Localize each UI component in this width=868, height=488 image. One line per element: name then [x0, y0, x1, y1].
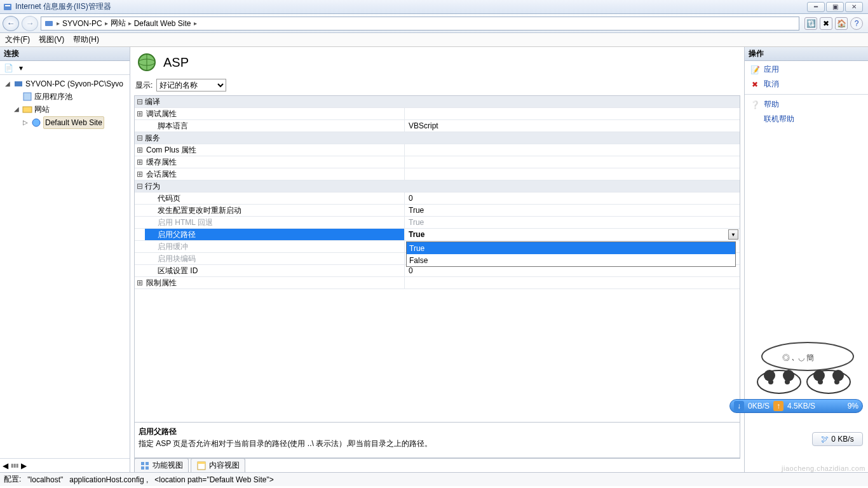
row-restart-on-config[interactable]: 发生配置更改时重新启动True: [135, 205, 740, 217]
home-icon[interactable]: 🏠: [835, 17, 848, 30]
row-limits[interactable]: ⊞限制属性: [135, 277, 740, 289]
row-script-language[interactable]: 脚本语言VBScript: [135, 120, 740, 132]
row-codepage[interactable]: 代码页0: [135, 193, 740, 205]
row-session[interactable]: ⊞会话属性: [135, 168, 740, 180]
upload-icon: ↑: [773, 401, 783, 411]
window-title: Internet 信息服务(IIS)管理器: [15, 1, 807, 12]
tab-features-view[interactable]: 功能视图: [134, 458, 189, 472]
expand-icon[interactable]: ⊞: [135, 170, 145, 179]
row-enable-parent-path[interactable]: 启用父路径True▼: [135, 229, 740, 241]
watermark: jiaocheng.chazidian.com: [782, 464, 865, 472]
action-help[interactable]: ❔帮助: [745, 97, 868, 112]
row-cache[interactable]: ⊞缓存属性: [135, 156, 740, 168]
separator: [745, 94, 868, 95]
svg-rect-11: [141, 466, 144, 470]
expand-icon[interactable]: ⊞: [135, 158, 145, 166]
property-help: 启用父路径 指定 ASP 页是否允许相对于当前目录的路径(使用 ..\ 表示法）…: [134, 423, 740, 458]
action-apply[interactable]: 📝应用: [745, 62, 868, 77]
svg-rect-12: [146, 466, 149, 470]
collapse-icon[interactable]: ⊟: [135, 182, 145, 191]
help-title: 启用父路径: [139, 426, 736, 437]
node-label: 网站: [34, 104, 50, 115]
svg-rect-14: [198, 462, 205, 464]
apply-icon: 📝: [750, 65, 760, 74]
menu-file[interactable]: 文件(F): [5, 34, 30, 45]
chevron-right-icon: ▸: [128, 20, 132, 27]
bird-icon: 🕊: [821, 435, 829, 444]
refresh-icon[interactable]: 🔃: [804, 17, 817, 30]
dropdown-option-false[interactable]: False: [407, 254, 735, 266]
display-select[interactable]: 好记的名称: [156, 79, 226, 92]
action-online-help[interactable]: 联机帮助: [745, 112, 868, 126]
tree-node-default-site[interactable]: ▷ Default Web Site: [20, 116, 130, 130]
category-behavior[interactable]: ⊟行为: [135, 180, 740, 193]
status-host: "localhost": [27, 475, 63, 484]
network-speed-widget[interactable]: ↓0KB/S ↑4.5KB/S 9%: [729, 399, 863, 413]
category-compile[interactable]: ⊟编译: [135, 96, 740, 108]
connections-toolbar: 📄 ▾: [0, 61, 130, 75]
expand-icon[interactable]: ▷: [22, 117, 29, 128]
tree-node-sites[interactable]: ◢ 网站: [11, 103, 130, 116]
titlebar: Internet 信息服务(IIS)管理器 ━ ▣ ✕: [0, 0, 868, 14]
menubar: 文件(F) 视图(V) 帮助(H): [0, 33, 868, 47]
nav-right-icon[interactable]: ▶: [21, 461, 27, 470]
crumb-host[interactable]: SYVON-PC: [62, 19, 102, 28]
expand-icon[interactable]: ⊞: [135, 146, 145, 154]
node-label: 应用程序池: [34, 91, 72, 102]
actions-list: 📝应用 ✖取消 ❔帮助 联机帮助: [745, 61, 868, 128]
chevron-down-icon[interactable]: ▼: [728, 229, 738, 240]
crumb-site[interactable]: Default Web Site: [134, 19, 191, 28]
close-button[interactable]: ✕: [845, 2, 863, 12]
maximize-button[interactable]: ▣: [826, 2, 844, 12]
menu-view[interactable]: 视图(V): [39, 34, 64, 45]
nav-left-icon[interactable]: ◀: [3, 461, 8, 470]
collapse-icon[interactable]: ⊟: [135, 97, 145, 106]
minimize-button[interactable]: ━: [807, 2, 825, 12]
navbar: ← → ▸ SYVON-PC ▸ 网站 ▸ Default Web Site ▸…: [0, 14, 868, 33]
connections-header: 连接: [0, 47, 130, 61]
menu-help[interactable]: 帮助(H): [73, 34, 99, 45]
action-cancel[interactable]: ✖取消: [745, 77, 868, 92]
download-icon: ↓: [734, 401, 744, 411]
property-grid: ⊟编译 ⊞调试属性 脚本语言VBScript ⊟服务 ⊞Com Plus 属性 …: [134, 95, 740, 423]
dropdown-option-true[interactable]: True: [407, 242, 735, 254]
category-service[interactable]: ⊟服务: [135, 132, 740, 144]
stop-icon[interactable]: ✖: [820, 17, 832, 30]
svg-rect-9: [141, 462, 144, 465]
help-body: 指定 ASP 页是否允许相对于当前目录的路径(使用 ..\ 表示法）,即当前目录…: [139, 438, 736, 449]
cancel-icon: ✖: [750, 80, 760, 89]
expand-icon[interactable]: ⊞: [135, 278, 145, 287]
row-debug-props[interactable]: ⊞调试属性: [135, 108, 740, 120]
main-pane: ASP 显示: 好记的名称 ⊟编译 ⊞调试属性 脚本语言VBScript ⊟服务…: [130, 47, 744, 472]
crumb-sites[interactable]: 网站: [111, 18, 126, 29]
svg-rect-1: [5, 5, 10, 6]
upload-speed: 4.5KB/S: [787, 402, 815, 410]
tab-content-view[interactable]: 内容视图: [191, 458, 245, 472]
add-connection-icon[interactable]: 📄: [3, 62, 14, 74]
collapse-icon[interactable]: ◢: [4, 78, 11, 90]
breadcrumb[interactable]: ▸ SYVON-PC ▸ 网站 ▸ Default Web Site ▸: [41, 17, 799, 30]
globe-icon: [31, 118, 41, 128]
network-badge[interactable]: 🕊 0 KB/s: [812, 432, 863, 446]
expand-icon[interactable]: ⊞: [135, 109, 145, 118]
net-percent: 9%: [848, 402, 858, 410]
tree-node-server[interactable]: ◢ SYVON-PC (Syvon-PC\Syvo: [3, 78, 130, 90]
chevron-right-icon: ▸: [194, 20, 197, 27]
connections-tree: ◢ SYVON-PC (Syvon-PC\Syvo 应用程序池 ◢ 网站 ▷ D…: [0, 75, 130, 458]
connections-pane: 连接 📄 ▾ ◢ SYVON-PC (Syvon-PC\Syvo 应用程序池 ◢…: [0, 47, 130, 472]
help-icon[interactable]: ?: [850, 17, 863, 30]
collapse-icon[interactable]: ⊟: [135, 133, 145, 142]
status-file: applicationHost.config ,: [69, 475, 148, 484]
forward-button[interactable]: →: [22, 16, 38, 31]
collapse-icon[interactable]: ◢: [13, 104, 20, 115]
back-button[interactable]: ←: [3, 16, 19, 31]
save-icon[interactable]: ▾: [15, 62, 27, 74]
tree-node-apppool[interactable]: 应用程序池: [11, 90, 130, 103]
row-complus[interactable]: ⊞Com Plus 属性: [135, 144, 740, 156]
display-label: 显示:: [135, 80, 153, 91]
svg-rect-10: [146, 462, 149, 465]
actions-header: 操作: [745, 47, 868, 61]
server-icon: [44, 18, 54, 29]
help-icon: ❔: [750, 100, 760, 109]
iis-icon: [3, 2, 13, 12]
